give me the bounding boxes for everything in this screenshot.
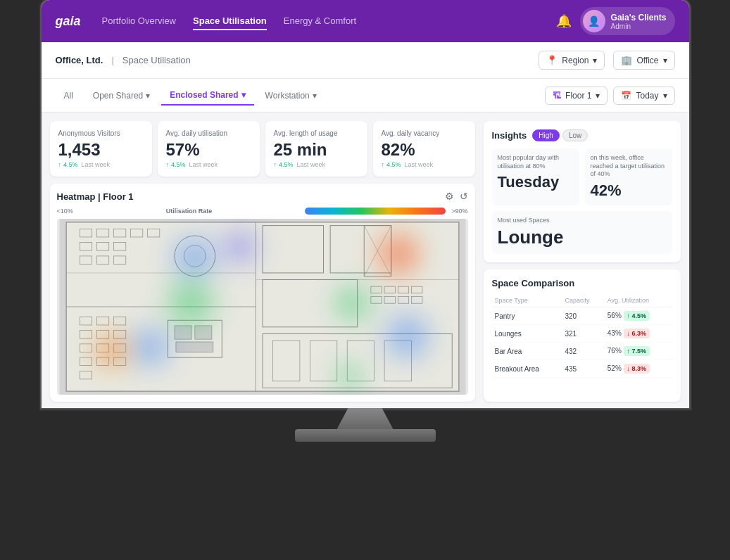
breadcrumb-page: Space Utilisation [122, 55, 191, 65]
stat-visitors: Anonymous Visitors 1,453 ↑ 4.5% Last wee… [50, 121, 152, 177]
comparison-title: Space Comparison [492, 278, 672, 288]
main-content: Anonymous Visitors 1,453 ↑ 4.5% Last wee… [42, 113, 689, 408]
stat-visitors-value: 1,453 [58, 140, 144, 160]
heatmap-refresh-btn[interactable]: ↺ [460, 191, 468, 202]
insights-tab-low[interactable]: Low [562, 129, 588, 141]
heat-blob-8 [381, 310, 434, 363]
cell-type: Pantry [492, 307, 562, 325]
table-row: Pantry 320 56% ↑ 4.5% [492, 307, 672, 325]
tab-workstation[interactable]: Workstation ▾ [257, 86, 325, 106]
tab-all[interactable]: All [56, 86, 82, 106]
stat-visitors-label: Anonymous Visitors [58, 129, 144, 137]
colorbar-title: Utilisation Rate [166, 208, 213, 215]
avatar: 👤 [583, 10, 605, 32]
heatmap-header: Heatmap | Floor 1 ⚙ ↺ [57, 191, 468, 202]
cell-capacity: 320 [562, 307, 605, 325]
insight-popular-day-value: Tuesday [498, 173, 574, 191]
floor-filter[interactable]: 🏗 Floor 1 ▾ [545, 87, 608, 105]
utilization-badge: ↓ 6.3% [624, 329, 650, 338]
heatmap-settings-btn[interactable]: ⚙ [445, 191, 454, 202]
company-name: Office, Ltd. [56, 55, 103, 65]
insights-tabs: High Low [532, 129, 588, 141]
utilization-badge: ↑ 7.5% [624, 346, 650, 356]
svg-rect-35 [175, 342, 213, 352]
colorbar-min: <10% [57, 208, 73, 215]
arrow-up-icon-3: ↑ [274, 161, 277, 168]
cell-capacity: 435 [562, 360, 605, 378]
cell-utilization: 43% ↓ 6.3% [605, 325, 672, 343]
insight-most-used-label: Most used Spaces [498, 217, 667, 224]
stat-length-value: 25 min [274, 140, 359, 160]
stat-util-label: Avg. daily utilisation [166, 129, 251, 137]
colorbar: <10% Utilisation Rate >90% [57, 208, 468, 215]
chevron-icon-3: ▾ [313, 91, 317, 101]
arrow-up-icon-2: ↑ [166, 161, 170, 168]
insight-target: on this week, office reached a target ut… [585, 148, 672, 205]
tab-enclosed-shared[interactable]: Enclosed Shared ▾ [161, 86, 253, 106]
user-info: Gaia's Clients Admin [611, 13, 667, 30]
table-row: Breakout Area 435 52% ↓ 8.3% [492, 360, 672, 378]
brand-logo: gaia [56, 14, 81, 29]
navbar: gaia Portfolio Overview Space Utilisatio… [42, 0, 689, 42]
nav-portfolio[interactable]: Portfolio Overview [102, 13, 176, 30]
stat-length-label: Avg. length of usage [274, 129, 359, 137]
insight-most-used: Most used Spaces Lounge [492, 211, 672, 254]
tab-items: All Open Shared ▾ Enclosed Shared ▾ Work… [56, 86, 546, 106]
stat-vacancy-change: ↑ 4.5% Last week [382, 161, 467, 168]
tab-open-shared[interactable]: Open Shared ▾ [84, 86, 158, 106]
heat-blob-9 [332, 359, 367, 395]
chevron-down-icon-3: ▾ [596, 91, 600, 101]
col-space-type: Space Type [492, 294, 562, 307]
col-utilization: Avg. Utilization [605, 294, 672, 307]
chevron-down-icon-4: ▾ [663, 91, 667, 101]
stat-util-value: 57% [166, 140, 251, 160]
stat-visitors-change: ↑ 4.5% Last week [58, 161, 144, 168]
user-name: Gaia's Clients [611, 13, 667, 23]
cell-type: Breakout Area [492, 360, 562, 378]
nav-energy[interactable]: Energy & Comfort [284, 13, 356, 30]
filter-bar: Office, Ltd. | Space Utilisation 📍 Regio… [42, 42, 689, 79]
user-role: Admin [611, 23, 667, 30]
heatmap-image [57, 219, 468, 395]
region-filter[interactable]: 📍 Region ▾ [539, 51, 605, 70]
screen: gaia Portfolio Overview Space Utilisatio… [42, 0, 689, 408]
utilization-badge: ↑ 4.5% [624, 311, 650, 321]
office-icon: 🏢 [621, 55, 632, 65]
cell-capacity: 432 [562, 343, 605, 360]
heatmap-actions: ⚙ ↺ [445, 191, 468, 202]
cell-capacity: 321 [562, 325, 605, 343]
insights-card: Insights High Low Most popular day with … [484, 121, 681, 262]
user-pill[interactable]: 👤 Gaia's Clients Admin [580, 7, 675, 35]
nav-space-util[interactable]: Space Utilisation [193, 13, 267, 30]
insights-header: Insights High Low [492, 129, 672, 141]
tab-bar: All Open Shared ▾ Enclosed Shared ▾ Work… [42, 79, 689, 113]
stat-utilisation: Avg. daily utilisation 57% ↑ 4.5% Last w… [158, 121, 260, 177]
heat-blob-4 [127, 324, 173, 370]
insights-title: Insights [492, 130, 527, 141]
insights-tab-high[interactable]: High [532, 129, 560, 141]
monitor-neck [337, 408, 394, 429]
insights-grid: Most popular day with utilisation at 80%… [492, 148, 672, 205]
comparison-card: Space Comparison Space Type Capacity Avg… [484, 269, 681, 402]
bell-icon[interactable]: 🔔 [556, 13, 572, 29]
cell-utilization: 56% ↑ 4.5% [605, 307, 672, 325]
heat-blob-2 [219, 226, 261, 268]
chevron-down-icon: ▾ [593, 56, 597, 65]
nav-links: Portfolio Overview Space Utilisation Ene… [102, 13, 556, 30]
chevron-icon: ▾ [146, 91, 150, 101]
nav-right: 🔔 👤 Gaia's Clients Admin [556, 7, 675, 35]
breadcrumb-sep: | [111, 55, 113, 65]
stat-vacancy-value: 82% [382, 140, 467, 160]
insight-popular-day: Most popular day with utilisation at 80%… [492, 148, 579, 205]
right-panel: Insights High Low Most popular day with … [484, 121, 681, 402]
table-row: Bar Area 432 76% ↑ 7.5% [492, 343, 672, 360]
office-filter[interactable]: 🏢 Office ▾ [613, 51, 674, 70]
tab-right: 🏗 Floor 1 ▾ 📅 Today ▾ [545, 87, 674, 105]
today-filter[interactable]: 📅 Today ▾ [613, 87, 674, 105]
cell-type: Lounges [492, 325, 562, 343]
comparison-table: Space Type Capacity Avg. Utilization Pan… [492, 294, 672, 378]
colorbar-max: >90% [451, 208, 467, 215]
cell-utilization: 52% ↓ 8.3% [605, 360, 672, 378]
heatmap-card: Heatmap | Floor 1 ⚙ ↺ <10% Utilisation R… [50, 184, 475, 402]
heatmap-title: Heatmap | Floor 1 [57, 191, 134, 202]
